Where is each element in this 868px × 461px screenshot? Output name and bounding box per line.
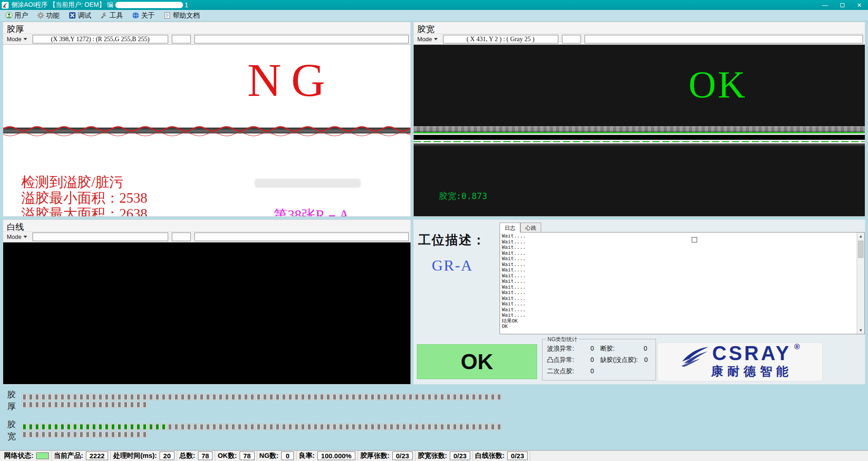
image-glue-thickness[interactable]: NG 检测到溢胶/脏污 溢胶最小面积：2538 溢胶最大面积：2638 第38张… [3,45,410,216]
frame-indicator-cell [389,423,394,430]
frame-indicator-cell [85,423,90,430]
log-line: Wait.... [502,307,854,313]
frame-indicator-cell [136,401,141,408]
menu-item-debug[interactable]: 调试 [66,10,96,21]
frame-indicator-cell [72,394,78,400]
frame-indicator-cell [395,423,401,430]
status-ng-count: NG数:0 [257,451,297,461]
frame-indicator-cell [401,394,407,400]
panel-glue-thickness: 胶厚 Mode (X 398,Y 1272) : (R 255,G 255,B … [3,22,411,217]
image-white-line[interactable] [3,242,410,384]
log-line: Wait.... [502,256,854,262]
frame-indicator-cell [142,401,147,408]
tab-heartbeat[interactable]: 心跳 [520,223,541,233]
indicator-row [22,394,502,400]
frame-indicator-cell [420,394,426,400]
chevron-down-icon [24,38,27,40]
ng-stats-column: 断胶:0缺胶(没点胶):0 [600,345,648,375]
frame-indicator-cell [53,431,59,438]
frame-indicator-cell [269,394,274,400]
status-thickness-frames: 胶厚张数:0/23 [358,451,415,461]
menu-item-label: 调试 [78,11,91,20]
mode-dropdown[interactable]: Mode [5,35,29,43]
frame-indicator-cell [79,423,84,430]
overall-result-button[interactable]: OK [417,344,537,379]
frame-indicator-cell [28,394,33,400]
panel-white-line: 白线 Mode [3,219,411,385]
frame-indicator-cell [104,401,109,408]
log-checkbox[interactable] [692,237,697,242]
tab-log[interactable]: 日志 [500,223,520,233]
ng-stat-value: 0 [590,367,594,375]
frame-indicator-cell [148,423,154,430]
ng-stat-label: 缺胶(没点胶): [600,356,638,364]
menu-item-help[interactable]: 帮助文档 [161,10,204,21]
maximize-button[interactable] [834,0,851,10]
menu-item-label: 功能 [46,11,60,20]
frame-indicator-cell [420,423,426,430]
frame-indicator-cell [123,423,128,430]
result-text-ng: NG [247,53,335,107]
ng-stat-row: 缺胶(没点胶):0 [600,356,648,364]
log-scrollbar[interactable]: ▲ ▼ [857,233,864,334]
wrench-icon [100,12,108,19]
frame-indicator-cell [363,394,369,400]
frame-indicator-cell [243,423,249,430]
status-label: 良率: [299,451,315,460]
frame-indicator-cell [174,423,179,430]
frame-indicator-cell [85,431,90,438]
green-dashed-line [414,141,865,142]
frame-indicator-cell [129,431,135,438]
wing-icon [680,344,710,368]
frame-indicator-cell [401,423,407,430]
wide-info-box [585,35,863,43]
gear-icon [37,12,44,19]
scroll-thumb[interactable] [858,241,863,258]
frame-indicator-cell [294,394,299,400]
frame-indicator-cell [294,423,299,430]
ng-stats-legend: NG类型统计 [546,336,579,343]
frame-indicator-cell [85,394,90,400]
menu-item-tools[interactable]: 工具 [98,10,127,21]
frame-indicator-cell [66,431,71,438]
frame-indicator-cell [60,431,65,438]
mode-dropdown[interactable]: Mode [5,233,29,241]
frame-indicator-cell [60,401,65,408]
mode-dropdown[interactable]: Mode [415,35,439,43]
menu-item-about[interactable]: 关于 [129,10,159,21]
window-title-suffix: 1 [185,1,189,9]
frame-indicator-cell [41,423,46,430]
frame-indicator-cell [98,431,103,438]
log-line: Wait.... [502,290,854,296]
close-button[interactable]: ✕ [851,0,868,10]
frame-indicator-cell [205,423,211,430]
ng-stat-row: 波浪异常:0 [547,345,594,353]
small-info-box [172,35,191,43]
frame-indicator-cell [123,401,128,408]
image-glue-width[interactable]: OK 胶宽:0.873 [414,45,865,216]
ng-stats-columns: 波浪异常:0凸点异常:0二次点胶:0断胶:0缺胶(没点胶):0 [547,345,652,375]
frame-indicator-cell [34,431,40,438]
menu-item-user[interactable]: 用户 [3,10,33,21]
frame-indicator-cell [22,431,27,438]
menu-item-label: 工具 [109,11,123,20]
frame-indicator-cell [104,423,109,430]
menu-item-func[interactable]: 功能 [34,10,64,21]
status-yield: 良率:100.000% [297,451,358,461]
frame-indicator-cell [490,394,495,400]
menu-item-label: 帮助文档 [173,11,200,20]
frame-indicator-cell [477,423,483,430]
scroll-down-icon[interactable]: ▼ [859,327,863,334]
ng-stat-label: 二次点胶: [547,367,584,375]
frame-indicator-cell [129,401,135,408]
frame-indicator-cell [300,423,306,430]
frame-indicator-cell [212,394,217,400]
scroll-up-icon[interactable]: ▲ [859,233,863,240]
minimize-button[interactable]: — [816,0,834,10]
frame-indicator-cell [72,423,78,430]
frame-indicator-cell [307,394,312,400]
glue-width-measurement: 胶宽:0.873 [439,190,487,202]
mode-label: Mode [7,36,22,43]
frame-indicator-cell [496,423,502,430]
indicator-group-胶宽: 胶宽 [0,419,868,442]
